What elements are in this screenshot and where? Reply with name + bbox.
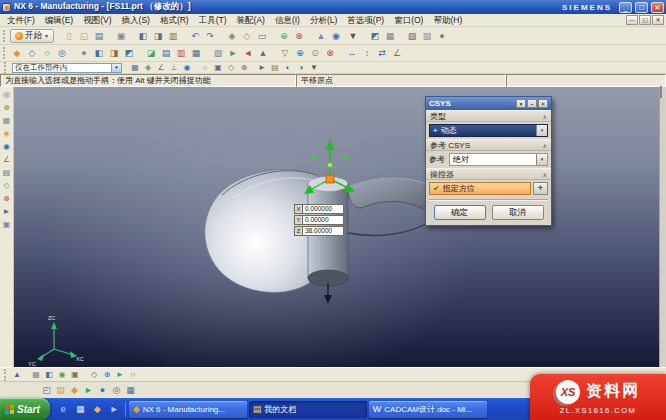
menu-item[interactable]: 视图(V) [78, 14, 116, 26]
close-button[interactable]: ✕ [651, 2, 664, 13]
coordinate-value[interactable]: 0.000000 [303, 204, 344, 214]
toolbar-icon[interactable]: ◩ [122, 46, 136, 60]
toolbar-icon[interactable]: ◰ [40, 384, 53, 397]
toolbar-icon[interactable]: ● [435, 29, 449, 43]
toolbar-icon[interactable]: ◇ [240, 29, 254, 43]
toolbar-grip[interactable] [4, 62, 7, 74]
selection-bar-icon[interactable]: ◇ [225, 62, 237, 73]
toolbar-icon[interactable]: ◈ [1, 128, 13, 140]
toolbar-icon[interactable]: ◧ [136, 29, 150, 43]
start-button[interactable]: Start [0, 398, 50, 420]
menu-item[interactable]: 首选项(P) [342, 14, 389, 26]
toolbar-icon[interactable]: ◨ [151, 29, 165, 43]
toolbar-icon[interactable]: ⊙ [308, 46, 322, 60]
toolbar-icon[interactable]: ▤ [159, 46, 173, 60]
selection-bar-icon[interactable]: ◈ [142, 62, 154, 73]
selection-bar-icon[interactable]: ► [256, 62, 268, 73]
toolbar-icon[interactable]: ⊕ [277, 29, 291, 43]
taskbar-task-button[interactable]: W CADCAM设计.doc - Mi... [369, 401, 487, 418]
selection-bar-icon[interactable]: ⊕ [238, 62, 250, 73]
toolbar-icon[interactable]: ∠ [390, 46, 404, 60]
chevron-down-icon[interactable]: ▼ [536, 125, 547, 136]
manipulator-button[interactable]: + [533, 182, 548, 195]
start-menu-button[interactable]: 开始 ▼ [10, 29, 54, 43]
toolbar-icon[interactable]: ▭ [255, 29, 269, 43]
menu-item[interactable]: 格式(R) [155, 14, 194, 26]
dialog-options-icon[interactable]: ▾ [516, 99, 526, 108]
toolbar-icon[interactable]: ⊗ [323, 46, 337, 60]
graphics-viewport[interactable]: ZC XC YC X 0.000000 Y 0.00000 [14, 87, 659, 367]
toolbar-icon[interactable]: ◆ [10, 46, 24, 60]
selection-bar-icon[interactable]: ▼ [308, 62, 320, 73]
toolbar-icon[interactable]: ▥ [174, 46, 188, 60]
quick-launch-icon[interactable]: ► [107, 402, 122, 417]
selection-bar-icon[interactable]: ◑ [295, 62, 307, 73]
toolbar-icon[interactable]: ⊗ [292, 29, 306, 43]
dock-handle[interactable] [660, 86, 662, 98]
coordinate-field[interactable]: X 0.000000 [294, 204, 344, 214]
toolbar-icon[interactable]: ◪ [144, 46, 158, 60]
dialog-close-icon[interactable]: ✕ [538, 99, 548, 108]
toolbar-icon[interactable]: ◧ [43, 369, 55, 381]
toolbar-icon[interactable]: ● [77, 46, 91, 60]
toolbar-icon[interactable]: ○ [40, 46, 54, 60]
toolbar-icon[interactable]: ◱ [77, 29, 91, 43]
toolbar-icon[interactable]: ▼ [346, 29, 360, 43]
toolbar-icon[interactable]: ⊕ [1, 102, 13, 114]
toolbar-icon[interactable]: ◇ [88, 369, 100, 381]
menu-item[interactable]: 窗口(O) [389, 14, 428, 26]
toolbar-icon[interactable]: ⊕ [101, 369, 113, 381]
toolbar-icon[interactable]: ▤ [92, 29, 106, 43]
toolbar-icon[interactable]: ▧ [211, 46, 225, 60]
toolbar-icon[interactable]: ▨ [420, 29, 434, 43]
toolbar-icon[interactable]: ◉ [56, 369, 68, 381]
propeller-model[interactable] [205, 169, 441, 304]
taskbar-task-button[interactable]: ◆ NX 6 - Manufacturing... [129, 401, 247, 418]
toolbar-icon[interactable]: ▽ [278, 46, 292, 60]
selection-bar-icon[interactable]: ⊥ [168, 62, 180, 73]
reference-combo[interactable]: 绝对 ▼ [449, 153, 548, 166]
toolbar-icon[interactable]: ▤ [54, 384, 67, 397]
origin-square-handle[interactable] [326, 175, 334, 183]
toolbar-icon[interactable]: ○ [127, 369, 139, 381]
toolbar-icon[interactable]: ▦ [1, 115, 13, 127]
coordinate-field[interactable]: Y 0.00000 [294, 215, 344, 225]
mdi-close-icon[interactable]: ✕ [652, 15, 664, 25]
toolbar-icon[interactable]: ◎ [55, 46, 69, 60]
quick-launch-icon[interactable]: e [56, 402, 71, 417]
quick-launch-icon[interactable]: ▦ [73, 402, 88, 417]
toolbar-icon[interactable]: ▦ [189, 46, 203, 60]
toolbar-icon[interactable]: ► [82, 384, 95, 397]
mdi-restore-icon[interactable]: ◱ [639, 15, 651, 25]
specify-orientation-field[interactable]: ✔ 指定方位 [429, 182, 531, 195]
selection-bar-icon[interactable]: ∠ [155, 62, 167, 73]
toolbar-icon[interactable]: ▯ [62, 29, 76, 43]
toolbar-icon[interactable]: ◎ [1, 89, 13, 101]
toolbar-icon[interactable]: ► [1, 206, 13, 218]
menu-item[interactable]: 分析(L) [305, 14, 342, 26]
collapse-icon[interactable]: ∧ [543, 113, 547, 120]
csys-type-combo[interactable]: + 动态 ▼ [429, 124, 548, 137]
quick-launch-icon[interactable]: ◆ [90, 402, 105, 417]
rotate-handle[interactable] [312, 155, 316, 159]
toolbar-icon[interactable]: ↕ [360, 46, 374, 60]
toolbar-icon[interactable]: ◇ [25, 46, 39, 60]
toolbar-icon[interactable]: ◉ [329, 29, 343, 43]
toolbar-icon[interactable]: ● [96, 384, 109, 397]
maximize-button[interactable]: □ [635, 2, 648, 13]
selection-bar-icon[interactable]: ▤ [269, 62, 281, 73]
toolbar-icon[interactable]: ⇄ [375, 46, 389, 60]
selection-bar-icon[interactable]: ○ [199, 62, 211, 73]
selection-bar-icon[interactable]: ◉ [181, 62, 193, 73]
toolbar-icon[interactable]: ◇ [1, 180, 13, 192]
manipulator-section-header[interactable]: 操控器 ∧ [426, 168, 551, 180]
rotate-handle[interactable] [344, 155, 348, 159]
toolbar-icon[interactable]: ⊗ [1, 193, 13, 205]
selection-bar-icon[interactable]: ◐ [282, 62, 294, 73]
selection-scope-combo[interactable]: 仅在工作部件内 ▼ [12, 63, 122, 73]
toolbar-icon[interactable]: ▧ [405, 29, 419, 43]
toolbar-icon[interactable]: ▥ [166, 29, 180, 43]
selection-bar-icon[interactable]: ▣ [212, 62, 224, 73]
menu-item[interactable]: 编辑(E) [40, 14, 78, 26]
toolbar-icon[interactable]: ► [114, 369, 126, 381]
